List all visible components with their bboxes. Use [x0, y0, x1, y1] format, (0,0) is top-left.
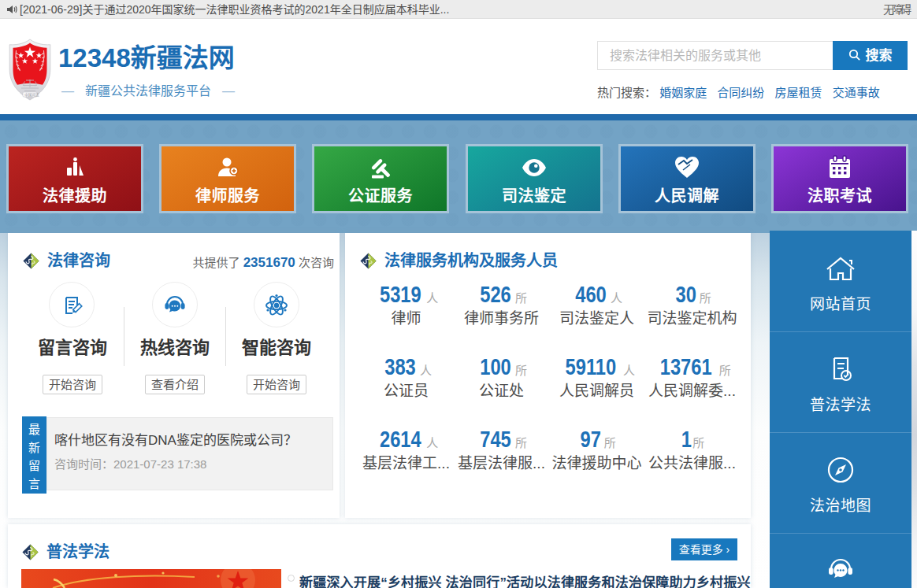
svg-text:中国司法: 中国司法 — [24, 92, 39, 98]
